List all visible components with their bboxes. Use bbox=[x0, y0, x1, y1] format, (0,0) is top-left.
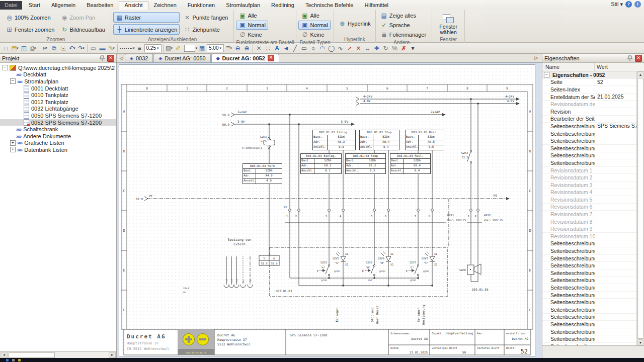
grips-toggle[interactable]: ∷Ziehpunkte bbox=[181, 24, 230, 35]
chevron-down-icon[interactable]: ▾ bbox=[113, 46, 115, 50]
property-row[interactable]: Seiten-Index bbox=[542, 86, 644, 94]
zeige-alles-button[interactable]: ▤Zeige alles bbox=[378, 11, 429, 20]
expander-icon[interactable]: + bbox=[10, 140, 16, 146]
scrollbar-thumb[interactable] bbox=[637, 78, 643, 339]
rotate-icon[interactable]: ↻ bbox=[381, 44, 390, 53]
spline-icon[interactable]: ∿ bbox=[336, 44, 345, 53]
expander-icon[interactable]: + bbox=[10, 147, 16, 152]
property-row[interactable]: Seitenbeschreibung... bbox=[542, 314, 644, 321]
line-weight-value[interactable]: 0.25▾ bbox=[144, 44, 162, 52]
help-icon[interactable]: ? bbox=[625, 1, 632, 8]
btypen-keine-button[interactable]: ∅Keine bbox=[298, 30, 330, 39]
drawing-canvas[interactable]: 0123456789 ABCDEF ABCDEF bbox=[117, 63, 542, 358]
style-menu[interactable]: Stil ▾ bbox=[611, 1, 623, 8]
ribbon-tab-zeichnen[interactable]: Zeichnen bbox=[148, 1, 182, 10]
document-tab-0032[interactable]: ◈0032 bbox=[125, 54, 153, 62]
close-icon[interactable]: ✕ bbox=[107, 55, 114, 62]
line-icon[interactable]: ╱ bbox=[291, 44, 299, 53]
expander-icon[interactable]: − bbox=[10, 78, 16, 84]
snap-cross-icon[interactable]: ✕ bbox=[255, 44, 263, 53]
btypen-normal-button[interactable]: ▣Normal bbox=[298, 21, 330, 30]
redo-icon[interactable]: ↷▾ bbox=[77, 44, 86, 53]
property-row[interactable]: Seitenbeschreibung... bbox=[542, 321, 644, 328]
copy-icon[interactable]: ⧉ bbox=[50, 44, 58, 53]
arc-icon[interactable]: ◠ bbox=[318, 44, 327, 53]
brush-icon[interactable]: ✐ bbox=[174, 44, 183, 53]
chevron-down-icon[interactable]: ▾ bbox=[73, 46, 75, 50]
tree-item-deckblatt[interactable]: »»Deckblatt bbox=[0, 71, 116, 78]
property-row[interactable]: Seitenbeschreibung 2 bbox=[542, 130, 644, 138]
device-table-6[interactable]: D03.01.03 HornBaut.5ZD6Adr.A4.0Anschl.4.… bbox=[243, 163, 282, 184]
device-table-0[interactable]: D03.01.03 Einlog.Baut.5ZD6Adr.A0.3Anschl… bbox=[312, 130, 356, 150]
tree-item-datenbank-listen[interactable]: +»»Datenbank Listen bbox=[0, 146, 116, 153]
circle-icon[interactable]: ○ bbox=[309, 44, 317, 53]
chevron-down-icon[interactable]: ▾ bbox=[171, 46, 173, 50]
chevron-down-icon[interactable]: ▾ bbox=[220, 45, 222, 52]
chevron-down-icon[interactable]: ▾ bbox=[157, 45, 159, 52]
property-row[interactable]: Seitenbeschreibung... bbox=[542, 306, 644, 314]
redraw-button[interactable]: ↻Bildneuaufbau bbox=[58, 24, 107, 35]
layers-icon[interactable]: ≣▾ bbox=[224, 44, 233, 53]
zoom-window-button[interactable]: ⊞Fenster zoomen bbox=[3, 24, 57, 35]
property-row[interactable]: Revisionsdatum der... bbox=[542, 101, 644, 108]
tree-item-stromlaufplan[interactable]: −»»Stromlaufplan bbox=[0, 78, 116, 85]
expander-icon[interactable]: − bbox=[544, 72, 549, 77]
device-table-1[interactable]: D03.01.03 StopBaut.5ZD6Adr.A0.4Anschl.0.… bbox=[359, 130, 399, 150]
snap-points-toggle[interactable]: ✕Punkte fangen bbox=[181, 12, 230, 23]
ribbon-tab-stromlaufplan[interactable]: Stromlaufplan bbox=[220, 1, 266, 10]
open-icon[interactable]: ▤▾ bbox=[11, 44, 19, 53]
property-row[interactable]: Revisionsdatum 8 bbox=[542, 218, 644, 226]
tab-scroll-left-icon[interactable]: ◁ bbox=[118, 56, 125, 61]
property-row[interactable]: Revisionsdatum 4 bbox=[542, 189, 644, 197]
chevron-down-icon[interactable]: ▾ bbox=[133, 46, 135, 50]
property-row[interactable]: Seitenbeschreibung 9 bbox=[542, 255, 644, 262]
tree-item-0001-deckblatt[interactable]: 0001 Deckblatt bbox=[0, 85, 116, 92]
property-row[interactable]: Bearbeiter der Seite bbox=[542, 116, 644, 123]
zoom-in-icon[interactable]: ⊕ bbox=[243, 44, 251, 53]
property-row[interactable]: Seitenbeschreibung... bbox=[542, 284, 644, 292]
taskbar[interactable] bbox=[0, 358, 644, 362]
horizontal-scrollbar[interactable]: ◄ ► bbox=[0, 351, 116, 358]
line-weight-icon[interactable]: ≡ bbox=[135, 44, 144, 53]
property-row[interactable]: Revisionsdatum 3 bbox=[542, 182, 644, 189]
chevron-down-icon[interactable]: ▾ bbox=[34, 46, 36, 50]
more-icon[interactable]: ▾ bbox=[409, 44, 417, 53]
btypen-alle-button[interactable]: ▣Alle bbox=[298, 11, 330, 20]
chevron-down-icon[interactable]: ▾ bbox=[17, 46, 19, 50]
property-row[interactable]: Revisionsdatum 7 bbox=[542, 211, 644, 218]
property-row[interactable]: Revisionsdatum 10 bbox=[542, 233, 644, 240]
property-row[interactable]: Seitenbeschreibung... bbox=[542, 262, 644, 269]
tree-item-grafische-listen[interactable]: +»»Grafische Listen bbox=[0, 140, 116, 147]
cross-reference[interactable]: S0 52.852.8 bbox=[259, 255, 279, 265]
ftexte-normal-button[interactable]: ▣Normal bbox=[236, 21, 268, 30]
property-row[interactable]: Revisionsdatum 5 bbox=[542, 196, 644, 204]
print-icon[interactable]: ⎙▾ bbox=[29, 44, 37, 53]
scroll-up-icon[interactable]: ▲ bbox=[637, 71, 643, 77]
move-icon[interactable]: ✚ bbox=[372, 44, 381, 53]
cut-icon[interactable]: ✂ bbox=[41, 44, 49, 53]
chevron-down-icon[interactable]: ▾ bbox=[196, 46, 198, 50]
pen-icon[interactable]: ✎▾ bbox=[107, 44, 116, 53]
zoom-out-icon[interactable]: ⊖ bbox=[233, 44, 242, 53]
property-row[interactable]: Seitenbeschreibung 5 bbox=[542, 152, 644, 160]
property-row[interactable]: Seitenbeschreibung... bbox=[542, 299, 644, 306]
property-row[interactable]: −Eigenschaften - 0052 bbox=[542, 71, 644, 79]
tree-item-andere-dokumente[interactable]: »»Andere Dokumente bbox=[0, 133, 116, 140]
folienmanager-button[interactable]: ≣Folienmanager bbox=[378, 30, 429, 39]
hatch-icon[interactable]: ▨▾ bbox=[165, 44, 174, 53]
app-icon[interactable] bbox=[18, 359, 21, 361]
chevron-down-icon[interactable]: ▾ bbox=[83, 46, 85, 50]
tree-item-0010-tankplatz[interactable]: 0010 Tankplatz bbox=[0, 92, 116, 99]
ftexte-keine-button[interactable]: ∅Keine bbox=[236, 30, 268, 39]
hyperlink-button[interactable]: ⊛Hyperlink bbox=[336, 18, 373, 29]
grips-icon[interactable]: ∷ bbox=[264, 44, 272, 53]
property-row[interactable]: Seite52 bbox=[542, 79, 644, 86]
property-row[interactable]: Seitenbeschreibung 3 bbox=[542, 137, 644, 145]
property-row[interactable]: Revisionsdatum 1 bbox=[542, 167, 644, 174]
property-row[interactable]: Seitenbeschreibung... bbox=[542, 343, 644, 345]
expander-icon[interactable]: − bbox=[3, 65, 8, 70]
tree-item-0052-sps-siemens-s7-1200[interactable]: 0052 SPS Siemens S7-1200 bbox=[0, 119, 116, 126]
property-row[interactable]: Erstelldatum der Seite21.01.2025 bbox=[542, 94, 644, 101]
info-icon[interactable]: i bbox=[634, 1, 641, 8]
comment-icon[interactable]: ▭ bbox=[89, 44, 98, 53]
